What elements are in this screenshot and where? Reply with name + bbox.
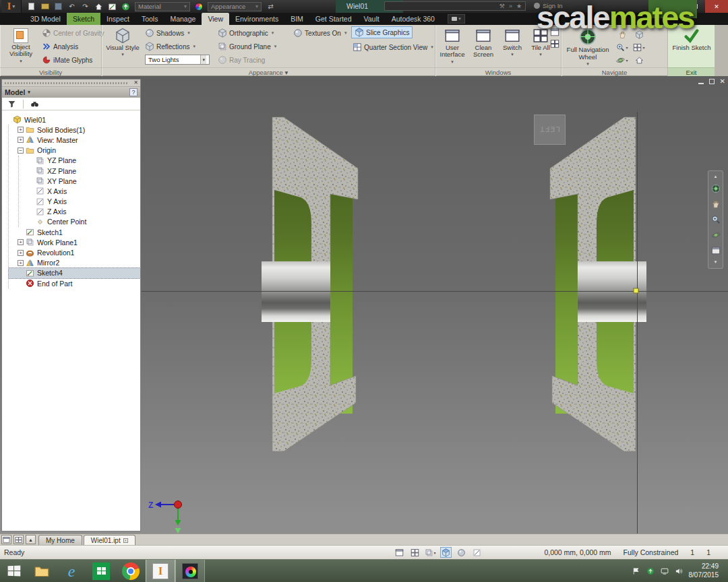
wheel-left-section[interactable] <box>262 117 358 451</box>
pan-hand-icon[interactable] <box>711 199 721 209</box>
tab-get-started[interactable]: Get Started <box>309 13 358 25</box>
tab-my-home[interactable]: My Home <box>38 535 82 545</box>
tree-item-view-master[interactable]: +View: Master <box>9 135 140 145</box>
tree-item-end-of-part[interactable]: End of Part <box>9 278 140 288</box>
model-view-toggle[interactable] <box>440 547 452 558</box>
finish-sketch-button[interactable]: Finish Sketch <box>671 26 712 67</box>
adjust-button[interactable]: ⇄ <box>266 2 275 11</box>
tree-item-y-axis[interactable]: Y Axis <box>19 197 140 207</box>
taskbar-windows-store[interactable] <box>86 560 116 582</box>
zoom-icon[interactable] <box>711 215 721 224</box>
tab-environments[interactable]: Environments <box>229 13 284 25</box>
browser-close-icon[interactable]: ✕ <box>133 79 138 86</box>
doc-close-icon[interactable]: ✕ <box>720 78 725 85</box>
doc-restore-icon[interactable] <box>709 79 715 84</box>
tab-manage[interactable]: Manage <box>164 13 202 25</box>
orbit-icon[interactable] <box>711 230 721 240</box>
redo-button[interactable]: ↷ <box>81 2 90 11</box>
appearance-dropdown[interactable]: Appearance▾ <box>208 2 262 11</box>
tree-item-xz-plane[interactable]: XZ Plane <box>19 166 140 176</box>
return-button[interactable] <box>108 2 117 11</box>
object-visibility-button[interactable]: Object Visibility ▾ <box>3 26 39 67</box>
save-button[interactable] <box>54 2 63 11</box>
update-button[interactable] <box>121 2 130 11</box>
start-button[interactable] <box>0 560 27 582</box>
arrange-docs-button[interactable] <box>1 535 11 544</box>
tab-tools[interactable]: Tools <box>135 13 164 25</box>
taskbar-file-explorer[interactable] <box>27 560 57 582</box>
display-icon[interactable] <box>661 567 669 575</box>
pan-button[interactable] <box>614 28 630 40</box>
tree-item-x-axis[interactable]: X Axis <box>19 186 140 196</box>
browser-drag-handle[interactable]: ✕ <box>2 79 140 87</box>
chevron-down-icon[interactable]: ▼ <box>714 261 718 263</box>
textures-on-button[interactable]: Textures On▾ <box>293 27 346 39</box>
collapse-icon[interactable]: − <box>18 148 24 154</box>
tree-item-z-axis[interactable]: Z Axis <box>19 207 140 217</box>
taskbar-internet-explorer[interactable]: e <box>57 560 86 582</box>
tree-item-sketch1[interactable]: Sketch1 <box>9 227 140 237</box>
ground-plane-button[interactable]: Ground Plane▾ <box>218 40 276 53</box>
pan-directions-button[interactable]: ▾ <box>631 41 647 53</box>
measure-button[interactable] <box>471 547 483 558</box>
close-button[interactable]: ✕ <box>705 0 728 13</box>
tab-inspect[interactable]: Inspect <box>100 13 135 25</box>
wrench-icon[interactable]: ⚒ <box>499 3 505 9</box>
visibility-toggle[interactable] <box>456 547 467 558</box>
browser-header-dropdown[interactable]: Model▾ ? <box>2 87 140 98</box>
windows-update-icon[interactable] <box>646 567 655 575</box>
undo-button[interactable]: ↶ <box>67 2 76 11</box>
search-input[interactable]: ⚒ » ★ <box>384 1 526 11</box>
new-file-button[interactable] <box>27 2 36 11</box>
tree-item-work-plane1[interactable]: +Work Plane1 <box>9 237 140 247</box>
selected-point-marker[interactable] <box>634 288 638 293</box>
switch-windows-button[interactable]: Switch ▾ <box>499 26 526 67</box>
expand-icon[interactable]: + <box>18 260 24 266</box>
tab-3d-model[interactable]: 3D Model <box>24 13 67 25</box>
ray-tracing-button[interactable]: Ray Tracing <box>218 54 265 66</box>
chevrons-icon[interactable]: » <box>509 3 512 9</box>
shadows-button[interactable]: Shadows▾ <box>145 27 190 39</box>
tree-item-revolution1[interactable]: +Revolution1 <box>9 247 140 257</box>
wheel-right-section[interactable] <box>550 117 646 451</box>
tab-close-icon[interactable]: x <box>123 538 128 543</box>
navigation-bar[interactable]: ▲ ▼ <box>708 170 723 269</box>
tile-docs-button[interactable] <box>13 535 24 544</box>
orbit-button[interactable]: ▾ <box>614 54 630 66</box>
home-button[interactable] <box>94 2 103 11</box>
arrange-windows-icon[interactable] <box>550 39 559 48</box>
star-icon[interactable]: ★ <box>516 3 522 9</box>
tab-bim[interactable]: BIM <box>284 13 309 25</box>
analysis-button[interactable]: Analysis <box>42 40 78 53</box>
find-icon[interactable] <box>30 100 39 108</box>
full-navigation-wheel-button[interactable]: Full Navigation Wheel ▾ <box>563 26 613 67</box>
taskbar-chrome[interactable] <box>116 560 146 582</box>
inventor-app-menu[interactable]: I▾ <box>1 0 22 13</box>
slice-graphics-button[interactable]: Slice Graphics <box>351 26 413 38</box>
tab-autodesk-360[interactable]: Autodesk 360 <box>386 13 441 25</box>
view-cube[interactable]: LEFT <box>534 115 566 145</box>
navigation-wheel-icon[interactable] <box>711 184 721 193</box>
cascade-windows-icon[interactable] <box>550 28 559 37</box>
orthographic-button[interactable]: Orthographic▾ <box>218 27 274 39</box>
tree-item-part[interactable]: Wiel01 <box>5 115 140 125</box>
home-view-button[interactable] <box>631 54 647 66</box>
tree-item-origin[interactable]: −Origin <box>9 146 140 156</box>
expand-icon[interactable]: + <box>18 137 24 143</box>
tree-item-solid-bodies[interactable]: +Solid Bodies(1) <box>9 125 140 135</box>
action-center-flag-icon[interactable] <box>632 567 640 575</box>
expand-icon[interactable]: + <box>18 127 24 133</box>
imate-glyphs-button[interactable]: iMate Glyphs <box>42 54 92 66</box>
tab-document-wiel01[interactable]: Wiel01.iptx <box>84 535 135 545</box>
tree-item-xy-plane[interactable]: XY Plane <box>19 176 140 186</box>
look-at-icon[interactable] <box>711 246 721 255</box>
clean-screen-button[interactable]: Clean Screen <box>469 26 497 67</box>
zoom-button[interactable]: ▾ <box>614 41 630 53</box>
graphics-window[interactable]: ✕ LEFT ▲ ▼ Z ✕ Model▾ ? <box>0 76 728 534</box>
volume-icon[interactable] <box>675 567 683 575</box>
reflections-button[interactable]: Reflections▾ <box>145 40 195 53</box>
tree-item-yz-plane[interactable]: YZ Plane <box>19 156 140 166</box>
expand-icon[interactable]: + <box>18 250 24 256</box>
tab-scroll-button[interactable]: ▲ <box>26 535 36 544</box>
chevron-up-icon[interactable]: ▲ <box>714 175 718 178</box>
